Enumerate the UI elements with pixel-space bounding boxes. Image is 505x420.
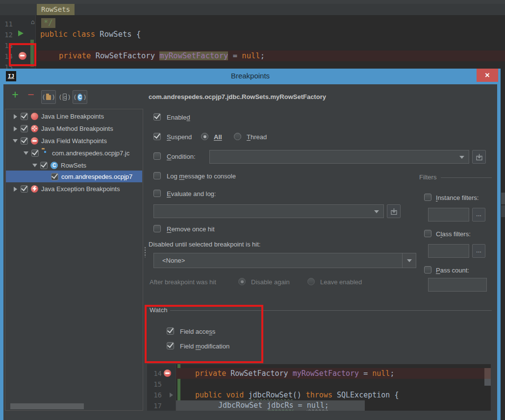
log-message-checkbox[interactable] xyxy=(153,172,161,179)
group-by-files-button[interactable]: () xyxy=(58,92,71,102)
background-window-strip xyxy=(501,69,505,420)
code-line-14: private RowSetFactory myRowSetFactory = … xyxy=(59,50,265,61)
paren: ( xyxy=(42,94,46,101)
close-button[interactable]: ✕ xyxy=(477,69,498,82)
code-token: RowSets xyxy=(100,30,131,39)
tree-checkbox[interactable] xyxy=(21,185,28,193)
group-by-packages-button[interactable]: () xyxy=(41,90,56,104)
expand-editor-button[interactable] xyxy=(387,204,401,218)
condition-checkbox[interactable] xyxy=(153,152,161,160)
tree-item-label: RowSets xyxy=(61,162,86,169)
remove-once-checkbox[interactable] xyxy=(153,225,161,232)
expand-arrow-icon[interactable] xyxy=(13,126,18,131)
evaluate-expression-input[interactable] xyxy=(153,204,384,218)
disable-again-radio[interactable] xyxy=(238,278,246,285)
paren: ( xyxy=(58,94,62,101)
tree-item-java-method-breakpoints[interactable]: Java Method Breakpoints xyxy=(6,123,142,135)
collapse-arrow-icon[interactable] xyxy=(32,164,37,167)
tree-checkbox[interactable] xyxy=(21,113,28,120)
tree-item-java-exception-breakpoints[interactable]: Java Exception Breakpoints xyxy=(6,183,142,195)
suspend-all-label: All xyxy=(214,133,222,141)
remove-once-label: Remove once hit xyxy=(167,225,215,233)
suspend-thread-radio[interactable] xyxy=(234,133,241,140)
tree-item-package[interactable]: com.andrespedes.ocpjp7.jc xyxy=(6,147,142,159)
fold-marker-icon[interactable]: ⌂ xyxy=(31,18,35,25)
code-token: jdbcRowSet xyxy=(248,391,292,399)
line-number: 16 xyxy=(149,391,162,399)
code-token: public class xyxy=(40,30,100,39)
folder-icon xyxy=(46,95,51,100)
instance-filters-browse-button[interactable]: ... xyxy=(472,208,485,222)
tree-item-label: com.andrespedes.ocpjp7.jc xyxy=(52,149,129,157)
preview-line-14: private RowSetFactory myRowSetFactory = … xyxy=(195,368,394,379)
evaluate-log-checkbox[interactable] xyxy=(153,190,161,197)
field-watchpoint-icon[interactable] xyxy=(164,370,171,377)
tree-item-rowsets-class[interactable]: C RowSets xyxy=(6,159,142,172)
code-line-12: public class RowSets { xyxy=(40,29,141,40)
after-hit-label: After breakpoint was hit xyxy=(150,278,216,286)
class-filters-browse-button[interactable]: ... xyxy=(472,244,485,258)
instance-filters-input[interactable] xyxy=(428,208,469,222)
background-scrollbar-thumb[interactable] xyxy=(501,205,505,217)
fold-arrow-icon[interactable] xyxy=(170,393,173,397)
tree-checkbox[interactable] xyxy=(40,162,48,169)
tree-checkbox[interactable] xyxy=(21,125,28,132)
code-line-11: */ xyxy=(41,18,55,28)
tree-hscrollbar-thumb[interactable] xyxy=(10,403,84,409)
code-token: RowSetFactory xyxy=(96,51,160,60)
paren: ) xyxy=(51,94,55,101)
line-number: 17 xyxy=(149,402,162,410)
code-token: private xyxy=(59,51,96,60)
class-filters-input[interactable] xyxy=(428,244,469,258)
breakpoints-dialog: IJ Breakpoints ✕ + − () () (C) com.andre… xyxy=(0,69,501,420)
enabled-checkbox[interactable] xyxy=(153,113,161,121)
line-breakpoint-icon xyxy=(31,113,38,120)
group-by-classes-button[interactable]: (C) xyxy=(73,90,87,104)
code-token: = xyxy=(228,51,242,60)
dialog-titlebar[interactable]: IJ Breakpoints ✕ xyxy=(0,69,501,84)
remove-breakpoint-button[interactable]: − xyxy=(25,88,36,101)
pass-count-input[interactable] xyxy=(428,278,487,292)
tree-item-label: Java Method Breakpoints xyxy=(41,125,113,132)
background-scrollbar-thumb[interactable] xyxy=(501,193,505,204)
combo-arrow-icon[interactable] xyxy=(374,210,379,213)
splitter-handle[interactable] xyxy=(144,247,146,257)
run-class-icon[interactable] xyxy=(18,30,24,36)
code-token: = xyxy=(294,401,307,410)
code-token: null; xyxy=(307,401,329,410)
tree-checkbox[interactable] xyxy=(21,137,28,145)
tree-item-label: Java Line Breakpoints xyxy=(41,113,104,120)
class-filters-checkbox[interactable] xyxy=(424,230,431,237)
suspend-checkbox[interactable] xyxy=(153,133,161,140)
add-breakpoint-button[interactable]: + xyxy=(10,88,21,101)
expand-arrow-icon[interactable] xyxy=(13,114,18,119)
collapse-arrow-icon[interactable] xyxy=(24,151,28,155)
preview-scrollbar-thumb[interactable] xyxy=(484,379,491,386)
tree-checkbox[interactable] xyxy=(31,149,39,157)
collapse-arrow-icon[interactable] xyxy=(13,139,18,143)
line-number: 14 xyxy=(149,370,162,377)
leave-enabled-radio[interactable] xyxy=(307,278,315,285)
tree-item-java-line-breakpoints[interactable]: Java Line Breakpoints xyxy=(6,110,142,123)
combobox-arrow-button[interactable] xyxy=(402,253,416,268)
class-icon: C xyxy=(77,94,82,101)
tree-item-label: Java Exception Breakpoints xyxy=(41,185,120,193)
suspend-all-radio[interactable] xyxy=(201,133,208,140)
line-number: 15 xyxy=(149,380,162,388)
tree-item-selected-watchpoint[interactable]: com.andrespedes.ocpjp7 xyxy=(6,171,142,182)
expand-arrow-icon[interactable] xyxy=(13,187,18,192)
editor-tab-rowsets[interactable]: RowSets xyxy=(37,4,75,15)
class-filters-label: Class filters: xyxy=(436,230,471,238)
combo-arrow-icon[interactable] xyxy=(459,156,464,159)
tree-checkbox[interactable] xyxy=(51,173,58,180)
disabled-until-combobox[interactable]: <None> xyxy=(153,253,416,268)
window-top-strip xyxy=(0,0,505,4)
expand-editor-button[interactable] xyxy=(472,150,486,164)
tree-item-java-field-watchpoints[interactable]: Java Field Watchpoints xyxy=(6,135,142,147)
condition-input[interactable] xyxy=(209,150,469,164)
enabled-label: Enabled xyxy=(167,114,190,121)
preview-scrollbar-thumb[interactable] xyxy=(484,368,491,379)
pass-count-checkbox[interactable] xyxy=(424,266,431,273)
instance-filters-checkbox[interactable] xyxy=(424,194,431,201)
tree-item-label: Java Field Watchpoints xyxy=(41,137,107,145)
